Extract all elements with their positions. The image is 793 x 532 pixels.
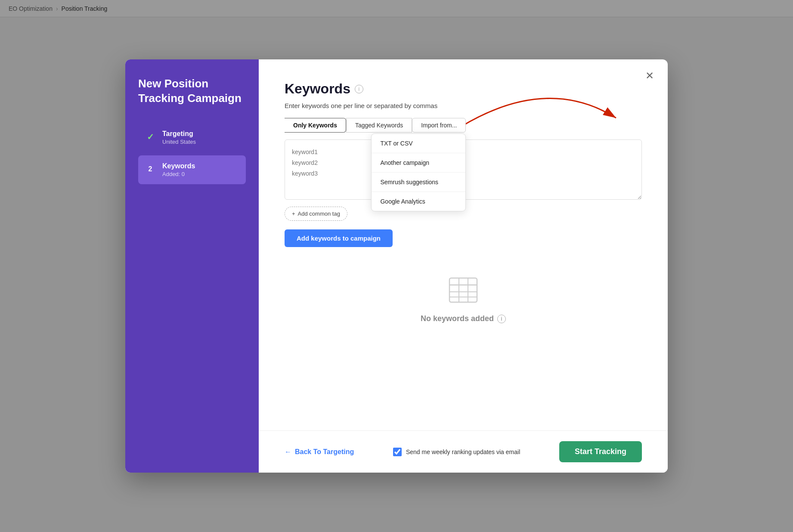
close-button[interactable]: ✕: [642, 68, 657, 84]
step-targeting-sublabel: United States: [162, 139, 196, 145]
svg-rect-1: [449, 278, 477, 302]
modal-title: New Position Tracking Campaign: [138, 77, 246, 106]
step-keywords-label: Keywords: [162, 162, 195, 170]
email-checkbox-row: Send me weekly ranking updates via email: [371, 448, 542, 456]
empty-state-icon: [446, 273, 480, 307]
empty-state: No keywords added i: [285, 247, 642, 340]
email-checkbox-label: Send me weekly ranking updates via email: [406, 448, 520, 455]
section-header: Keywords i: [285, 81, 642, 97]
add-common-tag-button[interactable]: + Add common tag: [285, 207, 347, 221]
start-tracking-button[interactable]: Start Tracking: [559, 441, 642, 462]
empty-state-label: No keywords added i: [421, 314, 506, 323]
section-title: Keywords: [285, 81, 350, 97]
email-checkbox[interactable]: [393, 448, 402, 456]
import-button[interactable]: Import from...: [412, 118, 466, 133]
plus-icon: +: [292, 210, 295, 217]
step-targeting-label: Targeting: [162, 130, 196, 138]
tabs-row: Only Keywords Tagged Keywords Import fro…: [285, 118, 642, 133]
import-container: Import from... TXT or CSV Another campai…: [412, 118, 466, 133]
step-number-icon: 2: [144, 163, 156, 175]
empty-state-info-icon[interactable]: i: [497, 315, 506, 323]
modal-wrapper: New Position Tracking Campaign ✓ Targeti…: [0, 0, 793, 532]
import-dropdown: TXT or CSV Another campaign Semrush sugg…: [371, 133, 466, 211]
step-check-icon: ✓: [144, 131, 156, 143]
modal-dialog: New Position Tracking Campaign ✓ Targeti…: [125, 59, 668, 473]
modal-footer: ← Back To Targeting Send me weekly ranki…: [259, 430, 668, 473]
info-icon[interactable]: i: [355, 85, 363, 93]
tab-tagged-keywords[interactable]: Tagged Keywords: [346, 118, 412, 133]
tab-only-keywords[interactable]: Only Keywords: [285, 118, 346, 133]
add-tag-label: Add common tag: [298, 210, 340, 217]
dropdown-item-google-analytics[interactable]: Google Analytics: [372, 192, 465, 211]
section-description: Enter keywords one per line or separated…: [285, 102, 642, 109]
add-keywords-button[interactable]: Add keywords to campaign: [285, 229, 393, 247]
dropdown-item-another-campaign[interactable]: Another campaign: [372, 153, 465, 173]
back-btn-label: Back To Targeting: [295, 448, 354, 456]
modal-sidebar: New Position Tracking Campaign ✓ Targeti…: [125, 59, 259, 473]
back-to-targeting-button[interactable]: ← Back To Targeting: [285, 448, 354, 456]
close-icon: ✕: [645, 70, 654, 82]
sidebar-step-keywords[interactable]: 2 Keywords Added: 0: [138, 155, 246, 184]
step-keywords-sublabel: Added: 0: [162, 171, 195, 177]
sidebar-step-targeting[interactable]: ✓ Targeting United States: [138, 123, 246, 152]
modal-main: ✕ Keywords i Enter keywords one per line…: [259, 59, 668, 473]
dropdown-item-semrush[interactable]: Semrush suggestions: [372, 173, 465, 192]
dropdown-item-txt-csv[interactable]: TXT or CSV: [372, 134, 465, 153]
back-arrow-icon: ←: [285, 448, 291, 456]
